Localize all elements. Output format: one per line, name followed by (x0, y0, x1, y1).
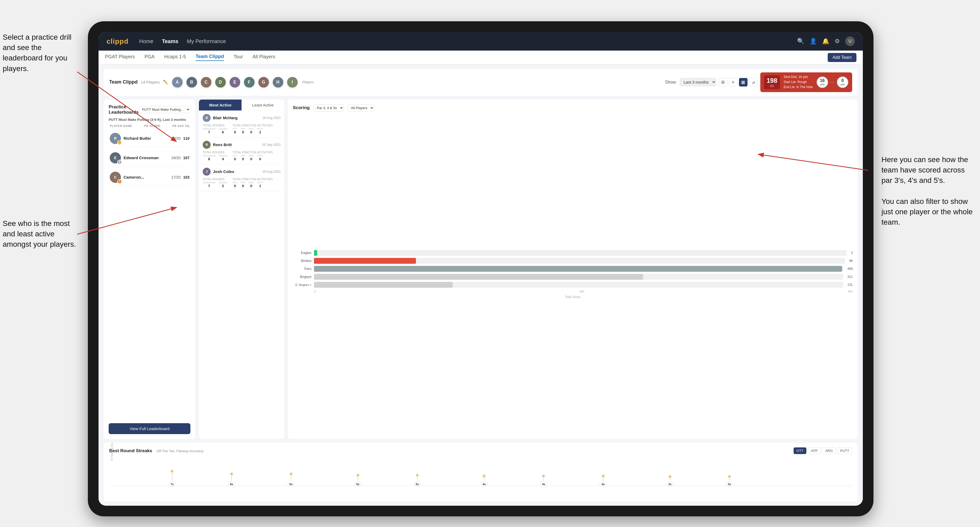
subnav-team-clippd[interactable]: Team Clippd (196, 54, 224, 61)
navbar: clippd Home Teams My Performance 🔍 👤 🔔 ⚙… (99, 32, 863, 51)
lb-row-2: E 2 Edward Crossman 18/20 107 (109, 149, 190, 167)
bar-val-dbogeys: 131 (847, 283, 853, 287)
leaderboard-subtitle: PUTT Must Make Putting (3-6 ft), Last 3 … (109, 117, 190, 122)
bar-dbogeys: D. Bogeys + 131 (293, 282, 853, 288)
streaks-title: Best Round Streaks (109, 448, 152, 453)
player-1-header: B Blair McHarg 26 Aug 2023 (203, 114, 280, 122)
add-team-button[interactable]: Add Team (828, 53, 856, 62)
lb-row-1: R 🥇 Richard Butler 19/20 110 (109, 130, 190, 147)
edit-icon[interactable]: ✏️ (163, 79, 168, 85)
streak-point-6: 4x (481, 474, 488, 487)
list-view-btn[interactable]: ≡ (729, 78, 737, 86)
most-active-tab[interactable]: Most Active (199, 100, 242, 110)
player-avatar-3: C (200, 76, 212, 88)
show-period-select[interactable]: Last 3 months Last month Last 6 months (679, 78, 716, 86)
lb-avatar-1: R 🥇 (110, 133, 121, 144)
scoring-par-filter[interactable]: Par 3, 4 & 5s (313, 104, 344, 111)
bar-val-pars: 499 (847, 267, 853, 271)
least-active-tab[interactable]: Least Active (242, 100, 284, 110)
ott-btn-putt[interactable]: PUTT (837, 448, 852, 454)
player-avatar-9: I (286, 76, 298, 88)
lb-avatar-2: E 2 (110, 152, 121, 163)
show-label: Show: (665, 80, 677, 85)
grid-view-btn[interactable]: ⊞ (719, 78, 727, 86)
scoring-header: Scoring Par 3, 4 & 5s All Players (293, 104, 853, 111)
streak-point-3: 6x (288, 472, 294, 487)
main-content: Team Clippd 14 Players ✏️ A B C D E F G … (99, 64, 863, 506)
player-1-stats: Total Rounds Tournament 7 Practice 6 (203, 124, 280, 134)
drill-dropdown[interactable]: PUTT Must Make Putting... (138, 106, 190, 113)
bar-val-eagles: 3 (851, 251, 853, 255)
streak-chart: % Fairway Accuracy 7x 6x (109, 457, 852, 497)
streak-dot-9 (668, 475, 671, 478)
bar-val-birdies: 96 (849, 259, 853, 263)
nav-my-performance[interactable]: My Performance (187, 38, 226, 44)
streaks-header: Best Round Streaks Off The Tee, Fairway … (109, 448, 852, 454)
team-title: Team Clippd (109, 79, 138, 85)
streak-label-5: 5x (414, 482, 421, 487)
dash-separator: — (830, 80, 835, 85)
score-highlight-box: 198 SG Shot Dist: 16 yds Start Lie: Roug… (760, 72, 852, 92)
ott-btn-arg[interactable]: ARG (822, 448, 836, 454)
streaks-subtitle: Off The Tee, Fairway Accuracy (157, 449, 204, 453)
player-1-name: B Blair McHarg (203, 114, 237, 122)
settings-icon[interactable]: ⚙ (835, 38, 840, 45)
subnav-pga[interactable]: PGA (144, 54, 154, 61)
player-3-header: J Josh Coles 26 Aug 2023 (203, 168, 280, 176)
lb-avg-2: 107 (183, 156, 189, 160)
player-avatar-8: H (272, 76, 284, 88)
ott-btn-app[interactable]: APP (808, 448, 821, 454)
show-controls: Show: Last 3 months Last month Last 6 mo… (665, 72, 852, 92)
streak-label-8: 4x (600, 482, 606, 487)
subnav-pgat[interactable]: PGAT Players (105, 54, 135, 61)
bar-chart: Eagles 3 Birdies 96 (293, 115, 853, 434)
players-row: A B C D E F G H I (172, 76, 298, 88)
ott-btn-ott[interactable]: OTT (794, 448, 807, 454)
subnav-hcaps[interactable]: Hcaps 1-5 (164, 54, 186, 61)
user-avatar[interactable]: U (845, 37, 855, 46)
annotation-right: Here you can see how the team have score… (881, 154, 977, 227)
streak-label-6: 4x (481, 482, 488, 487)
bar-fill-eagles (314, 250, 317, 256)
lb-table-header: PLAYER NAME PB SCORE PB AVG SQ (109, 124, 190, 127)
annotation-bottom-left: See who is the most and least active amo… (3, 218, 77, 250)
player-3-name: J Josh Coles (203, 168, 234, 176)
player-1-rounds: Total Rounds Tournament 7 Practice 6 (203, 124, 227, 134)
bell-icon[interactable]: 🔔 (822, 38, 829, 45)
bar-label-pars: Pars (293, 267, 311, 271)
streak-stem-5 (417, 477, 418, 481)
player-2-practice-activities: Total Practice Activities OTT 0 APP 0 (232, 151, 273, 161)
streak-dot-5 (416, 473, 419, 477)
player-2-avatar: R (203, 141, 211, 149)
view-leaderboard-button[interactable]: View Full Leaderboard (109, 423, 190, 434)
activity-col: Most Active Least Active B Blair McHarg … (199, 100, 284, 439)
nav-teams[interactable]: Teams (162, 38, 178, 44)
bar-bogeys: Bogeys 311 (293, 274, 853, 280)
scoring-player-filter[interactable]: All Players (347, 104, 374, 111)
team-title-row: Team Clippd 14 Players ✏️ A B C D E F G … (109, 76, 314, 88)
subnav-tour[interactable]: Tour (234, 54, 243, 61)
y-axis-label: % Fairway Accuracy (110, 443, 113, 461)
player-avatar-6: F (243, 76, 255, 88)
lb-avg-3: 103 (183, 175, 189, 179)
score-198: 198 (767, 77, 777, 84)
bar-fill-pars (314, 266, 842, 272)
card-view-btn[interactable]: ▦ (739, 78, 748, 86)
nav-home[interactable]: Home (139, 38, 153, 44)
player-avatar-1: A (172, 76, 183, 88)
lb-badge-3: 3 (117, 179, 122, 184)
subnav-all-players[interactable]: All Players (253, 54, 275, 61)
people-icon[interactable]: 👤 (810, 38, 817, 45)
streak-point-9: 3x (667, 475, 673, 487)
bar-fill-bogeys (314, 274, 643, 280)
player-2-date: 02 Sep 2023 (262, 143, 280, 147)
lb-badge-2: 2 (117, 160, 122, 165)
player-2-stats: Total Rounds Tournament 8 Practice 4 (203, 151, 280, 161)
lb-col-player: PLAYER NAME (110, 124, 132, 127)
leaderboard-title: Practice Leaderboards (109, 104, 138, 115)
filter-btn[interactable]: ⊿ (749, 78, 757, 86)
player-avatar-4: D (215, 76, 226, 88)
bar-track-dbogeys (314, 282, 843, 288)
leaderboard-header: Practice Leaderboards PUTT Must Make Put… (109, 104, 190, 115)
search-icon[interactable]: 🔍 (797, 38, 804, 45)
